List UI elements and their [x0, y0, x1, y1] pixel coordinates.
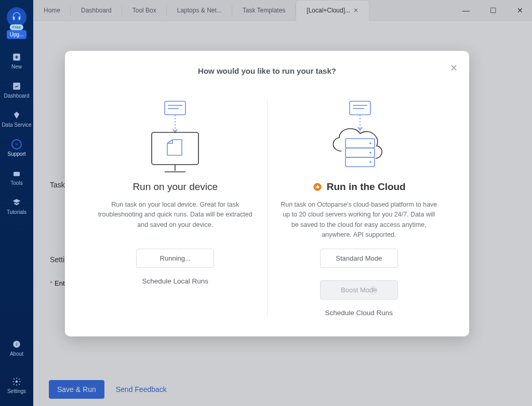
sidebar-item-new[interactable]: New [11, 52, 22, 70]
graduation-icon [11, 197, 22, 208]
schedule-cloud-link[interactable]: Schedule Cloud Runs [325, 309, 393, 317]
diamond-icon [11, 110, 22, 120]
boost-help-icon[interactable]: ? [369, 286, 377, 294]
option-run-local: Run on your device Run task on your loca… [84, 99, 267, 317]
device-illustration [141, 99, 209, 177]
svg-rect-2 [14, 172, 20, 176]
svg-text:i: i [16, 342, 17, 347]
option-run-cloud: Run in the Cloud Run task on Octoparse's… [268, 99, 451, 317]
sidebar-item-settings[interactable]: Settings [7, 376, 26, 394]
plus-square-icon [11, 52, 22, 62]
sidebar-item-tools[interactable]: Tools [10, 168, 22, 186]
sidebar-item-data-service[interactable]: Data Service [2, 110, 31, 128]
upgrade-button[interactable]: Upg... [7, 30, 27, 39]
sidebar-label: Tools [10, 180, 22, 186]
sidebar-item-dashboard[interactable]: Dashboard [4, 81, 30, 99]
option-title-local: Run on your device [132, 181, 218, 193]
svg-rect-6 [165, 101, 185, 115]
svg-point-20 [369, 142, 371, 144]
avatar[interactable]: Free [7, 7, 26, 27]
standard-mode-button[interactable]: Standard Mode [320, 249, 398, 268]
running-button[interactable]: Running... [136, 249, 214, 268]
info-icon: i [11, 339, 22, 349]
modal-title: How would you like to run your task? [84, 66, 450, 75]
sidebar-item-about[interactable]: i About [10, 339, 23, 357]
option-desc-local: Run task on your local device. Great for… [95, 200, 256, 243]
dashboard-icon [11, 81, 22, 91]
sidebar-label: Dashboard [4, 93, 30, 99]
sidebar-item-support[interactable]: Support [7, 139, 25, 157]
modal-close-button[interactable]: ✕ [450, 62, 458, 74]
sidebar-label: Support [7, 151, 25, 157]
thumbs-up-badge-icon [312, 182, 323, 192]
toolbox-icon [11, 168, 22, 179]
sidebar-label: Tutorials [7, 209, 26, 215]
sidebar: Free Upg... New Dashboard Data Service S… [0, 0, 33, 406]
sidebar-label: Settings [7, 388, 26, 394]
headset-icon [11, 11, 22, 23]
cloud-illustration [323, 99, 395, 177]
svg-point-22 [369, 161, 371, 163]
option-desc-cloud: Run task on Octoparse's cloud-based plat… [278, 200, 440, 243]
gear-icon [11, 376, 22, 387]
plan-badge: Free [10, 24, 23, 30]
support-icon [11, 139, 22, 150]
boost-mode-button[interactable]: Boost Mode [320, 280, 398, 300]
svg-point-21 [369, 152, 371, 154]
sidebar-item-tutorials[interactable]: Tutorials [7, 197, 26, 215]
sidebar-label: Data Service [2, 122, 31, 128]
svg-rect-10 [152, 132, 198, 165]
sidebar-label: New [11, 64, 22, 70]
sidebar-label: About [10, 351, 23, 357]
svg-rect-13 [350, 101, 370, 115]
schedule-local-link[interactable]: Schedule Local Runs [142, 277, 208, 285]
svg-point-5 [16, 381, 18, 383]
option-title-cloud: Run in the Cloud [312, 181, 406, 193]
run-task-modal: How would you like to run your task? ✕ R… [65, 51, 469, 336]
